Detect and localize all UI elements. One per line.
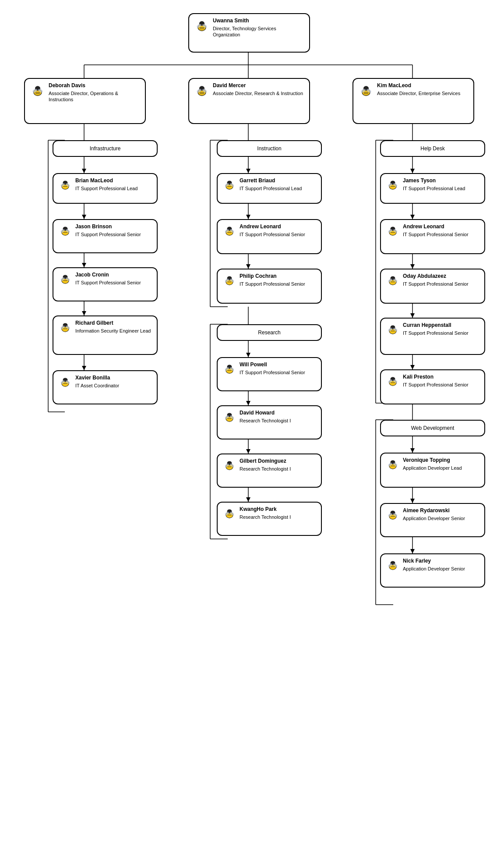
andrew-mid-title: IT Support Professional Senior xyxy=(240,231,305,237)
jason-name: Jason Brinson xyxy=(75,223,141,230)
veronique-name: Veronique Topping xyxy=(403,457,462,464)
svg-marker-31 xyxy=(246,497,250,502)
brian-node: Brian MacLeod IT Support Professional Le… xyxy=(53,173,158,204)
kwangho-name: KwangHo Park xyxy=(240,506,291,513)
veronique-title: Application Developer Lead xyxy=(403,465,462,471)
richard-name: Richard Gilbert xyxy=(75,320,151,327)
david-howard-title: Research Technologist I xyxy=(240,418,291,424)
bee-icon-oday xyxy=(385,273,400,288)
kali-name: Kali Preston xyxy=(403,374,469,381)
oday-title: IT Support Professional Senior xyxy=(403,281,469,287)
james-title: IT Support Professional Lead xyxy=(403,185,465,191)
philip-name: Philip Cochran xyxy=(240,273,305,280)
helpdesk-category: Help Desk xyxy=(380,140,485,157)
bee-icon-brian xyxy=(58,177,73,192)
david-howard-name: David Howard xyxy=(240,410,291,417)
svg-marker-9 xyxy=(82,215,86,219)
kim-text: Kim MacLeod Associate Director, Enterpri… xyxy=(377,82,460,96)
org-chart: Uwanna Smith Director, Technology Servic… xyxy=(0,0,497,26)
curran-title: IT Support Professional Senior xyxy=(403,330,469,336)
deborah-text: Deborah Davis Associate Director, Operat… xyxy=(49,82,141,103)
svg-marker-49 xyxy=(410,549,415,553)
svg-marker-15 xyxy=(82,366,86,370)
root-node: Uwanna Smith Director, Technology Servic… xyxy=(188,13,310,53)
svg-marker-7 xyxy=(82,169,86,173)
bee-icon-jacob xyxy=(58,272,73,287)
svg-marker-22 xyxy=(246,264,250,269)
instruction-category: Instruction xyxy=(217,140,322,157)
svg-marker-18 xyxy=(246,169,250,173)
curran-node: Curran Heppenstall IT Support Profession… xyxy=(380,318,485,355)
kim-title: Associate Director, Enterprise Services xyxy=(377,90,460,96)
garrett-node: Garrett Briaud IT Support Professional L… xyxy=(217,173,322,204)
andrew-right-name: Andrew Leonard xyxy=(403,223,469,230)
will-node: Will Powell IT Support Professional Seni… xyxy=(217,357,322,391)
gilbert-title: Research Technologist I xyxy=(240,466,291,472)
curran-name: Curran Heppenstall xyxy=(403,322,469,329)
jacob-node: Jacob Cronin IT Support Professional Sen… xyxy=(53,267,158,301)
oday-name: Oday Abdulazeez xyxy=(403,273,469,280)
bee-icon-xavier xyxy=(58,375,73,390)
kwangho-node: KwangHo Park Research Technologist I xyxy=(217,502,322,536)
jacob-title: IT Support Professional Senior xyxy=(75,280,141,286)
richard-node: Richard Gilbert Information Security Eng… xyxy=(53,315,158,355)
deborah-name: Deborah Davis xyxy=(49,82,141,89)
jason-node: Jason Brinson IT Support Professional Se… xyxy=(53,219,158,253)
oday-node: Oday Abdulazeez IT Support Professional … xyxy=(380,269,485,304)
david-howard-node: David Howard Research Technologist I xyxy=(217,405,322,439)
bee-icon-david-howard xyxy=(222,410,237,425)
infrastructure-category: Infrastructure xyxy=(53,140,158,157)
david-mercer-text: David Mercer Associate Director, Researc… xyxy=(213,82,303,96)
svg-marker-47 xyxy=(410,499,415,503)
will-title: IT Support Professional Senior xyxy=(240,369,305,376)
nick-node: Nick Farley Application Developer Senior xyxy=(380,553,485,588)
andrew-right-node: Andrew Leonard IT Support Professional S… xyxy=(380,219,485,254)
nick-title: Application Developer Senior xyxy=(403,566,465,572)
bee-icon-deborah xyxy=(29,82,46,99)
svg-marker-38 xyxy=(410,264,415,269)
andrew-mid-node: Andrew Leonard IT Support Professional S… xyxy=(217,219,322,254)
david-mercer-name: David Mercer xyxy=(213,82,303,89)
andrew-right-title: IT Support Professional Senior xyxy=(403,231,469,237)
david-mercer-node: David Mercer Associate Director, Researc… xyxy=(188,78,310,124)
svg-marker-20 xyxy=(246,215,250,219)
helpdesk-label: Help Desk xyxy=(420,145,444,152)
webdev-label: Web Development xyxy=(411,425,455,431)
aimee-name: Aimee Rydarowski xyxy=(403,507,465,514)
svg-marker-25 xyxy=(246,353,250,357)
philip-title: IT Support Professional Senior xyxy=(240,281,305,287)
jacob-name: Jacob Cronin xyxy=(75,272,141,279)
bee-icon-garrett xyxy=(222,177,237,192)
bee-icon-curran xyxy=(385,322,400,337)
james-name: James Tyson xyxy=(403,177,465,184)
veronique-node: Veronique Topping Application Developer … xyxy=(380,453,485,488)
aimee-title: Application Developer Senior xyxy=(403,515,465,521)
richard-title: Information Security Engineer Lead xyxy=(75,328,151,334)
brian-name: Brian MacLeod xyxy=(75,177,137,184)
bee-icon-richard xyxy=(58,320,73,335)
brian-title: IT Support Professional Lead xyxy=(75,185,137,191)
garrett-title: IT Support Professional Lead xyxy=(240,185,302,191)
xavier-title: IT Asset Coordinator xyxy=(75,383,119,389)
xavier-name: Xavier Bonilla xyxy=(75,375,119,382)
bee-icon-philip xyxy=(222,273,237,288)
deborah-title: Associate Director, Operations & Instruc… xyxy=(49,90,141,103)
philip-node: Philip Cochran IT Support Professional S… xyxy=(217,269,322,304)
bee-icon-kali xyxy=(385,374,400,389)
bee-icon-kwangho xyxy=(222,506,237,521)
aimee-node: Aimee Rydarowski Application Developer S… xyxy=(380,503,485,537)
svg-marker-34 xyxy=(410,169,415,173)
david-mercer-title: Associate Director, Research & Instructi… xyxy=(213,90,303,96)
bee-icon-aimee xyxy=(385,507,400,522)
jason-title: IT Support Professional Senior xyxy=(75,231,141,237)
research-label: Research xyxy=(258,329,280,336)
bee-icon-nick xyxy=(385,558,400,573)
svg-marker-42 xyxy=(410,365,415,369)
kim-node: Kim MacLeod Associate Director, Enterpri… xyxy=(352,78,474,124)
bee-icon-gilbert xyxy=(222,458,237,473)
bee-icon-jason xyxy=(58,223,73,238)
instruction-label: Instruction xyxy=(257,145,281,152)
kwangho-title: Research Technologist I xyxy=(240,514,291,520)
bee-icon-andrew-right xyxy=(385,223,400,238)
bee-icon-will xyxy=(222,361,237,376)
